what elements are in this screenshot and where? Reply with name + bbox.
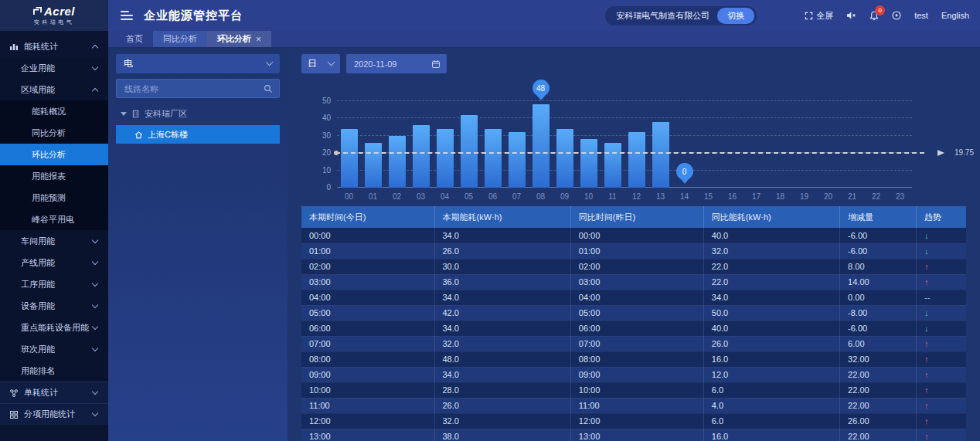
table-row[interactable]: 03:0036.003:0022.014.00↑ bbox=[301, 274, 966, 290]
table-row[interactable]: 04:0034.004:0034.00.00-- bbox=[301, 290, 966, 305]
table-cell: 22.0 bbox=[703, 274, 839, 290]
comparison-table: 本期时间(今日)本期能耗(kW·h)同比时间(昨日)同比能耗(kW·h)增减量趋… bbox=[301, 206, 966, 441]
bar[interactable] bbox=[485, 129, 502, 188]
table-cell: 13:00 bbox=[301, 429, 434, 441]
bar[interactable] bbox=[341, 129, 358, 188]
bar[interactable] bbox=[389, 136, 406, 188]
sidebar-item[interactable]: 能耗概况 bbox=[0, 100, 108, 122]
switch-company-button[interactable]: 切换 bbox=[717, 8, 754, 24]
table-cell: 34.0 bbox=[703, 290, 839, 305]
sidebar-item[interactable]: 峰谷平用电 bbox=[0, 209, 108, 230]
sidebar-item[interactable]: 设备用能 bbox=[0, 295, 108, 317]
table-row[interactable]: 02:0030.002:0022.08.00↑ bbox=[301, 259, 966, 274]
table-cell: 32.00 bbox=[840, 351, 917, 367]
sidebar-item[interactable]: 单耗统计 bbox=[0, 382, 108, 403]
tab-item[interactable]: 同比分析 bbox=[153, 31, 207, 47]
tab-close-icon[interactable]: × bbox=[256, 34, 261, 45]
table-cell: 48.0 bbox=[434, 351, 570, 367]
sidebar-item[interactable]: 分项用能统计 bbox=[0, 403, 108, 425]
table-cell: 09:00 bbox=[301, 367, 434, 382]
sidebar-item[interactable]: 用能排名 bbox=[0, 360, 108, 382]
line-search-input[interactable] bbox=[123, 83, 264, 94]
x-tick-label: 13 bbox=[648, 192, 672, 201]
table-row[interactable]: 01:0026.001:0032.0-6.00↓ bbox=[301, 243, 966, 259]
bar[interactable] bbox=[365, 143, 382, 188]
bar[interactable] bbox=[509, 132, 526, 188]
sidebar-item[interactable]: 能耗统计 bbox=[0, 36, 108, 57]
sidebar-item-label: 设备用能 bbox=[21, 300, 55, 312]
table-row[interactable]: 10:0028.010:006.022.00↑ bbox=[301, 382, 966, 398]
table-row[interactable]: 06:0034.006:0040.0-6.00↓ bbox=[301, 321, 966, 336]
help-button[interactable] bbox=[892, 11, 901, 20]
tree-expander-icon[interactable] bbox=[121, 112, 127, 116]
sidebar-item[interactable]: 企业用能 bbox=[0, 57, 108, 79]
fullscreen-button[interactable]: 全屏 bbox=[805, 10, 833, 22]
table-cell: 34.0 bbox=[434, 228, 570, 243]
table-row[interactable]: 00:0034.000:0040.0-6.00↓ bbox=[301, 228, 966, 243]
table-row[interactable]: 08:0048.008:0016.032.00↑ bbox=[301, 351, 966, 367]
bar[interactable] bbox=[413, 125, 430, 188]
bar[interactable] bbox=[652, 122, 669, 188]
table-row[interactable]: 09:0034.009:0012.022.00↑ bbox=[301, 367, 966, 382]
notification-bell[interactable]: 0 bbox=[869, 11, 879, 21]
trend-down-icon: ↓ bbox=[924, 246, 929, 256]
trend-cell: ↑ bbox=[916, 413, 966, 429]
chevron-down-icon bbox=[92, 258, 98, 264]
y-tick-label: 30 bbox=[311, 131, 331, 139]
bar-slot bbox=[337, 80, 361, 188]
table-row[interactable]: 13:0038.013:0016.022.00↑ bbox=[301, 429, 966, 441]
tree-root-label: 安科瑞厂区 bbox=[145, 108, 187, 120]
period-select[interactable]: 日 bbox=[301, 54, 340, 73]
acrel-logo-icon bbox=[33, 7, 42, 15]
bar-slot bbox=[433, 80, 457, 188]
table-cell: 22.00 bbox=[840, 398, 917, 413]
table-row[interactable]: 07:0032.007:0026.06.00↑ bbox=[301, 336, 966, 351]
search-icon[interactable] bbox=[264, 84, 273, 93]
bar[interactable] bbox=[604, 143, 621, 188]
date-input[interactable] bbox=[352, 59, 414, 70]
table-cell: 08:00 bbox=[570, 351, 703, 367]
trend-down-icon: ↓ bbox=[924, 308, 929, 317]
table-cell: -6.00 bbox=[840, 321, 917, 336]
sidebar-item-label: 企业用能 bbox=[21, 63, 55, 74]
tab-item[interactable]: 首页 bbox=[116, 31, 153, 47]
sidebar-item[interactable]: 车间用能 bbox=[0, 230, 108, 252]
average-line-arrow-icon bbox=[937, 150, 944, 156]
table-cell: 50.0 bbox=[703, 305, 839, 321]
bar-slot bbox=[720, 80, 744, 188]
language-switcher[interactable]: English bbox=[941, 11, 969, 20]
table-row[interactable]: 05:0042.005:0050.0-8.00↓ bbox=[301, 305, 966, 321]
bar[interactable] bbox=[556, 129, 573, 188]
collapse-menu-icon[interactable] bbox=[121, 11, 133, 20]
mute-button[interactable] bbox=[846, 11, 856, 20]
table-row[interactable]: 11:0026.011:004.022.00↑ bbox=[301, 398, 966, 413]
sidebar-item[interactable]: 用能预测 bbox=[0, 187, 108, 209]
sidebar-item[interactable]: 产线用能 bbox=[0, 252, 108, 273]
sidebar-item[interactable]: 环比分析 bbox=[0, 144, 108, 165]
table-cell: 32.0 bbox=[703, 243, 839, 259]
tab-label: 同比分析 bbox=[163, 33, 197, 45]
tab-item[interactable]: 环比分析× bbox=[207, 31, 271, 47]
sidebar-item[interactable]: 班次用能 bbox=[0, 338, 108, 360]
tree-node-root[interactable]: 安科瑞厂区 bbox=[116, 105, 280, 125]
sidebar-item[interactable]: 区域用能 bbox=[0, 79, 108, 100]
table-cell: 03:00 bbox=[570, 274, 703, 290]
energy-type-select[interactable]: 电 bbox=[116, 54, 280, 73]
bar[interactable] bbox=[628, 132, 645, 188]
user-menu[interactable]: test bbox=[914, 11, 928, 20]
sidebar-item[interactable]: 工序用能 bbox=[0, 273, 108, 295]
bar[interactable] bbox=[533, 104, 550, 188]
calendar-icon[interactable] bbox=[431, 59, 441, 69]
table-cell: 02:00 bbox=[301, 259, 434, 274]
table-cell: 10:00 bbox=[301, 382, 434, 398]
sidebar-item[interactable]: 重点能耗设备用能 bbox=[0, 317, 108, 338]
trend-up-icon: ↑ bbox=[924, 385, 929, 395]
sidebar-item[interactable]: 用能报表 bbox=[0, 165, 108, 187]
chevron-down-icon bbox=[92, 344, 98, 351]
bar[interactable] bbox=[580, 139, 597, 188]
sidebar-item[interactable]: 同比分析 bbox=[0, 122, 108, 144]
bar[interactable] bbox=[437, 129, 454, 188]
tree-node-selected[interactable]: 上海C栋楼 bbox=[116, 125, 280, 144]
table-row[interactable]: 12:0032.012:006.026.00↑ bbox=[301, 413, 966, 429]
date-picker[interactable] bbox=[346, 54, 447, 73]
